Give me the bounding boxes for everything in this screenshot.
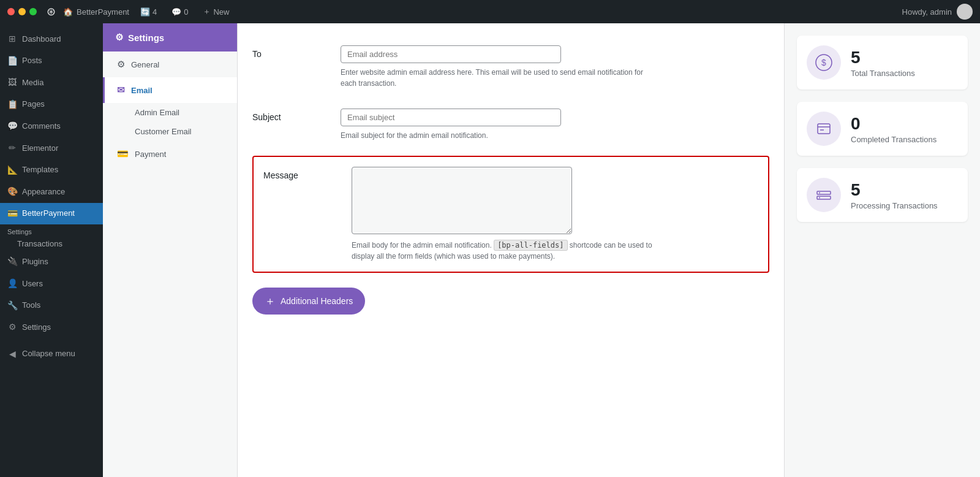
sidebar-item-media[interactable]: 🖼 Media xyxy=(0,72,103,94)
subject-field: Email subject for the admin email notifi… xyxy=(341,109,769,141)
sidebar-item-dashboard[interactable]: ⊞ Dashboard xyxy=(0,28,103,50)
sidebar: ⊞ Dashboard 📄 Posts 🖼 Media 📋 Pages 💬 Co… xyxy=(0,23,103,477)
settings-gear-icon: ⚙ xyxy=(115,32,123,43)
users-icon: 👤 xyxy=(7,278,17,290)
total-stat-number: 5 xyxy=(851,47,915,68)
stat-card-completed: 0 Completed Transactions xyxy=(797,102,968,156)
updates-item[interactable]: 🔄 4 xyxy=(137,7,160,17)
sidebar-item-users[interactable]: 👤 Users xyxy=(0,273,103,295)
to-description: Enter website admin email address here. … xyxy=(341,67,647,89)
settings-panel: ⚙ Settings ⚙ General ✉ Email Admin Email… xyxy=(103,23,238,477)
payment-icon: 💳 xyxy=(117,148,129,159)
subject-input[interactable] xyxy=(341,109,561,126)
howdy-text: Howdy, admin xyxy=(902,7,952,17)
form-row-to: To Enter website admin email address her… xyxy=(252,36,769,99)
to-label: To xyxy=(252,45,326,59)
plus-icon: ＋ xyxy=(265,294,276,308)
message-description: Email body for the admin email notificat… xyxy=(352,240,658,262)
sidebar-item-pages[interactable]: 📋 Pages xyxy=(0,94,103,116)
tools-icon: 🔧 xyxy=(7,300,17,312)
additional-headers-section: ＋ Additional Headers xyxy=(252,283,769,315)
completed-stat-label: Completed Transactions xyxy=(851,135,937,144)
form-row-message: Message Email body for the admin email n… xyxy=(252,156,769,273)
sidebar-item-tools[interactable]: 🔧 Tools xyxy=(0,295,103,317)
to-input[interactable] xyxy=(341,45,561,63)
to-field: Enter website admin email address here. … xyxy=(341,45,769,89)
total-stat-info: 5 Total Transactions xyxy=(851,47,915,78)
new-item[interactable]: ＋ New xyxy=(199,6,233,17)
pages-icon: 📋 xyxy=(7,99,17,111)
sidebar-item-templates[interactable]: 📐 Templates xyxy=(0,159,103,181)
settings-nav-admin-email[interactable]: Admin Email xyxy=(103,103,237,122)
titlebar: ⊛ 🏠 BetterPayment 🔄 4 💬 0 ＋ New Howdy, a… xyxy=(0,0,980,23)
svg-text:$: $ xyxy=(821,58,826,67)
window-controls xyxy=(7,8,37,15)
comments-item[interactable]: 💬 0 xyxy=(168,7,192,17)
message-field: Email body for the admin email notificat… xyxy=(352,167,758,262)
settings-nav-email[interactable]: ✉ Email xyxy=(103,77,237,103)
total-stat-icon: $ xyxy=(807,45,841,80)
processing-stat-label: Processing Transactions xyxy=(851,201,938,210)
updates-icon: 🔄 xyxy=(140,7,150,17)
plugins-icon: 🔌 xyxy=(7,256,17,268)
comments-icon: 💬 xyxy=(172,7,181,17)
sidebar-item-betterpayment[interactable]: 💳 BetterPayment xyxy=(0,203,103,225)
subject-label: Subject xyxy=(252,109,326,122)
completed-stat-info: 0 Completed Transactions xyxy=(851,113,937,145)
sidebar-item-posts[interactable]: 📄 Posts xyxy=(0,50,103,72)
processing-stat-number: 5 xyxy=(851,180,938,200)
processing-stat-icon xyxy=(807,178,841,212)
close-button[interactable] xyxy=(7,8,15,15)
subject-description: Email subject for the admin email notifi… xyxy=(341,130,647,141)
titlebar-nav: ⊛ 🏠 BetterPayment 🔄 4 💬 0 ＋ New xyxy=(47,5,892,18)
message-label: Message xyxy=(263,167,337,262)
settings-nav-payment[interactable]: 💳 Payment xyxy=(103,141,237,167)
appearance-icon: 🎨 xyxy=(7,186,17,198)
comments-icon: 💬 xyxy=(7,120,17,132)
sidebar-item-collapse[interactable]: ◀ Collapse menu xyxy=(0,343,103,365)
minimize-button[interactable] xyxy=(18,8,26,15)
additional-headers-button[interactable]: ＋ Additional Headers xyxy=(252,288,365,315)
stat-card-total: $ 5 Total Transactions xyxy=(797,36,968,90)
elementor-icon: ✏ xyxy=(7,142,17,155)
plus-icon: ＋ xyxy=(203,6,211,17)
email-icon: ✉ xyxy=(117,85,125,96)
avatar[interactable] xyxy=(957,4,973,20)
message-textarea[interactable] xyxy=(352,167,572,234)
processing-stat-info: 5 Processing Transactions xyxy=(851,180,938,211)
settings-section-label: Settings xyxy=(0,224,103,237)
sidebar-item-settings[interactable]: ⚙ Settings xyxy=(0,316,103,338)
completed-stat-number: 0 xyxy=(851,113,937,134)
form-row-subject: Subject Email subject for the admin emai… xyxy=(252,99,769,151)
posts-icon: 📄 xyxy=(7,55,17,67)
main-content: To Enter website admin email address her… xyxy=(238,23,784,477)
sidebar-item-appearance[interactable]: 🎨 Appearance xyxy=(0,181,103,203)
stat-card-processing: 5 Processing Transactions xyxy=(797,168,968,222)
total-stat-label: Total Transactions xyxy=(851,69,915,78)
titlebar-right: Howdy, admin xyxy=(902,4,973,20)
dashboard-icon: ⊞ xyxy=(7,33,17,45)
media-icon: 🖼 xyxy=(7,77,17,89)
general-icon: ⚙ xyxy=(117,59,125,70)
settings-icon: ⚙ xyxy=(7,321,17,334)
shortcode-tag: [bp-all-fields] xyxy=(494,240,567,251)
settings-nav-customer-email[interactable]: Customer Email xyxy=(103,122,237,141)
wp-logo-icon[interactable]: ⊛ xyxy=(47,5,56,18)
templates-icon: 📐 xyxy=(7,164,17,177)
betterpayment-icon: 💳 xyxy=(7,208,17,220)
sidebar-item-plugins[interactable]: 🔌 Plugins xyxy=(0,251,103,273)
sidebar-item-transactions[interactable]: Transactions xyxy=(0,237,103,251)
site-name[interactable]: 🏠 BetterPayment xyxy=(63,7,129,17)
collapse-icon: ◀ xyxy=(7,348,17,361)
sidebar-item-comments[interactable]: 💬 Comments xyxy=(0,115,103,137)
settings-nav-general[interactable]: ⚙ General xyxy=(103,52,237,77)
maximize-button[interactable] xyxy=(29,8,37,15)
svg-rect-2 xyxy=(818,124,830,134)
site-icon: 🏠 xyxy=(63,7,73,17)
stats-panel: $ 5 Total Transactions xyxy=(784,23,980,477)
completed-stat-icon xyxy=(807,112,841,146)
sidebar-item-elementor[interactable]: ✏ Elementor xyxy=(0,137,103,159)
settings-tab: ⚙ Settings xyxy=(103,23,237,52)
